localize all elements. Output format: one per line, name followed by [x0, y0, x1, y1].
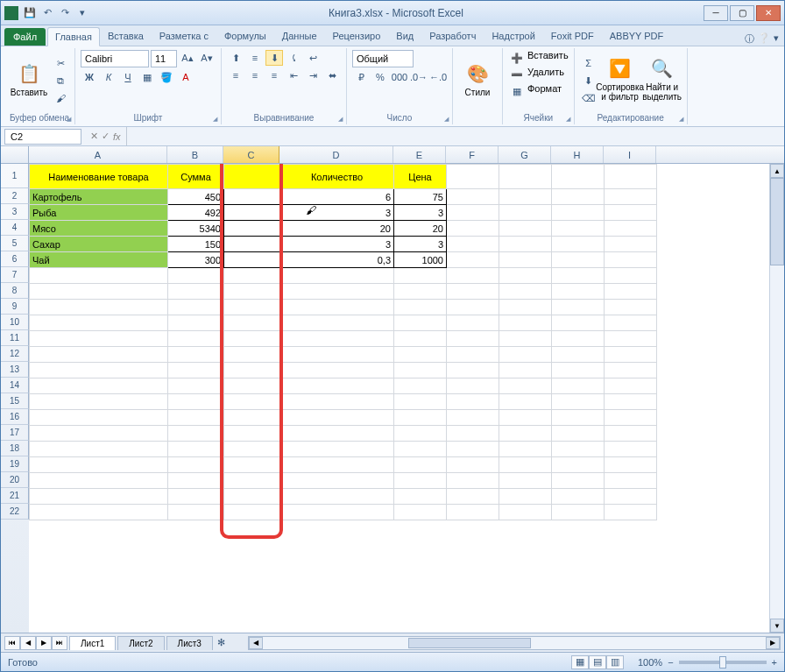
cell-A18[interactable] [30, 442, 168, 457]
cell-H7[interactable] [552, 268, 605, 284]
cell-H17[interactable] [552, 426, 605, 442]
fx-icon[interactable]: fx [113, 131, 121, 142]
cell-A3[interactable]: Рыба [30, 205, 168, 221]
cell-B1[interactable]: Сумма [168, 165, 224, 189]
zoom-in-icon[interactable]: + [772, 657, 777, 668]
normal-view-icon[interactable]: ▦ [571, 655, 589, 669]
cell-A16[interactable] [30, 410, 168, 426]
hscroll-thumb[interactable] [408, 638, 531, 648]
cell-C20[interactable] [224, 473, 280, 489]
cell-E17[interactable] [394, 426, 447, 442]
cell-H4[interactable] [552, 221, 605, 237]
cell-G11[interactable] [499, 331, 552, 347]
cell-C6[interactable] [224, 252, 280, 268]
prev-sheet-icon[interactable]: ◀ [20, 636, 36, 650]
cell-I7[interactable] [605, 268, 657, 284]
cell-E22[interactable] [394, 505, 447, 520]
find-select-button[interactable]: 🔍 Найти и выделить [643, 50, 682, 108]
cell-I8[interactable] [605, 284, 657, 300]
cell-I10[interactable] [605, 315, 657, 331]
cell-D17[interactable] [280, 426, 394, 442]
cell-C14[interactable] [224, 378, 280, 394]
cell-F16[interactable] [447, 410, 499, 426]
row-header-17[interactable]: 17 [1, 425, 29, 441]
cell-A13[interactable] [30, 363, 168, 378]
tab-view[interactable]: Вид [388, 26, 421, 46]
minimize-ribbon-icon[interactable]: ⓘ [745, 32, 754, 46]
cell-F7[interactable] [447, 268, 499, 284]
cell-D12[interactable] [280, 347, 394, 363]
cell-G15[interactable] [499, 394, 552, 410]
decrease-decimal-icon[interactable]: ←.0 [429, 69, 447, 85]
cell-G2[interactable] [499, 189, 552, 205]
cell-A10[interactable] [30, 315, 168, 331]
row-header-16[interactable]: 16 [1, 409, 29, 425]
row-header-2[interactable]: 2 [1, 188, 29, 204]
maximize-button[interactable]: ▢ [730, 5, 754, 21]
increase-indent-icon[interactable]: ⇥ [304, 67, 322, 83]
cell-I13[interactable] [605, 363, 657, 378]
column-header-F[interactable]: F [446, 146, 499, 163]
cell-G16[interactable] [499, 410, 552, 426]
horizontal-scrollbar[interactable]: ◀ ▶ [248, 636, 781, 650]
cell-C1[interactable] [224, 165, 280, 189]
cell-E19[interactable] [394, 457, 447, 473]
cell-D22[interactable] [280, 505, 394, 520]
cell-G20[interactable] [499, 473, 552, 489]
cell-E13[interactable] [394, 363, 447, 378]
save-icon[interactable]: 💾 [22, 5, 38, 21]
row-header-12[interactable]: 12 [1, 346, 29, 362]
cell-A21[interactable] [30, 489, 168, 505]
cell-D20[interactable] [280, 473, 394, 489]
cell-B18[interactable] [168, 442, 224, 457]
cancel-formula-icon[interactable]: ✕ [90, 131, 98, 142]
row-header-19[interactable]: 19 [1, 456, 29, 472]
decrease-font-icon[interactable]: A▾ [198, 50, 216, 66]
format-painter-icon[interactable]: 🖌 [52, 90, 69, 106]
cell-A2[interactable]: Картофель [30, 189, 168, 205]
cell-B3[interactable]: 492 [168, 205, 224, 221]
column-header-A[interactable]: A [29, 146, 167, 163]
cell-G13[interactable] [499, 363, 552, 378]
cell-E18[interactable] [394, 442, 447, 457]
row-header-20[interactable]: 20 [1, 472, 29, 488]
vscroll-thumb[interactable] [770, 178, 784, 265]
cell-E7[interactable] [394, 268, 447, 284]
delete-cells-button[interactable]: ➖Удалить [508, 67, 569, 82]
name-box[interactable]: C2 [4, 129, 81, 145]
sort-filter-button[interactable]: 🔽 Сортировка и фильтр [601, 50, 640, 108]
italic-button[interactable]: К [100, 69, 117, 85]
cell-H12[interactable] [552, 347, 605, 363]
page-break-view-icon[interactable]: ▥ [606, 655, 624, 669]
cell-C4[interactable] [224, 221, 280, 237]
cell-B6[interactable]: 300 [168, 252, 224, 268]
cell-F6[interactable] [447, 252, 499, 268]
cell-A7[interactable] [30, 268, 168, 284]
cell-I15[interactable] [605, 394, 657, 410]
cell-D9[interactable] [280, 300, 394, 315]
cell-B8[interactable] [168, 284, 224, 300]
cell-B22[interactable] [168, 505, 224, 520]
row-header-18[interactable]: 18 [1, 441, 29, 456]
minimize-button[interactable]: ─ [704, 5, 728, 21]
cell-E15[interactable] [394, 394, 447, 410]
cell-H20[interactable] [552, 473, 605, 489]
cell-C12[interactable] [224, 347, 280, 363]
align-bottom-icon[interactable]: ⬇ [265, 50, 283, 66]
cell-E12[interactable] [394, 347, 447, 363]
cell-G9[interactable] [499, 300, 552, 315]
cell-G22[interactable] [499, 505, 552, 520]
tab-developer[interactable]: Разработч [421, 26, 484, 46]
cell-D7[interactable] [280, 268, 394, 284]
scroll-left-icon[interactable]: ◀ [249, 637, 263, 649]
cell-A12[interactable] [30, 347, 168, 363]
column-header-E[interactable]: E [393, 146, 446, 163]
decrease-indent-icon[interactable]: ⇤ [285, 67, 302, 83]
first-sheet-icon[interactable]: ⏮ [4, 636, 20, 650]
cell-I17[interactable] [605, 426, 657, 442]
tab-addins[interactable]: Надстрой [484, 26, 542, 46]
cell-F20[interactable] [447, 473, 499, 489]
cell-D14[interactable] [280, 378, 394, 394]
cell-G7[interactable] [499, 268, 552, 284]
cell-E2[interactable]: 75 [394, 189, 447, 205]
